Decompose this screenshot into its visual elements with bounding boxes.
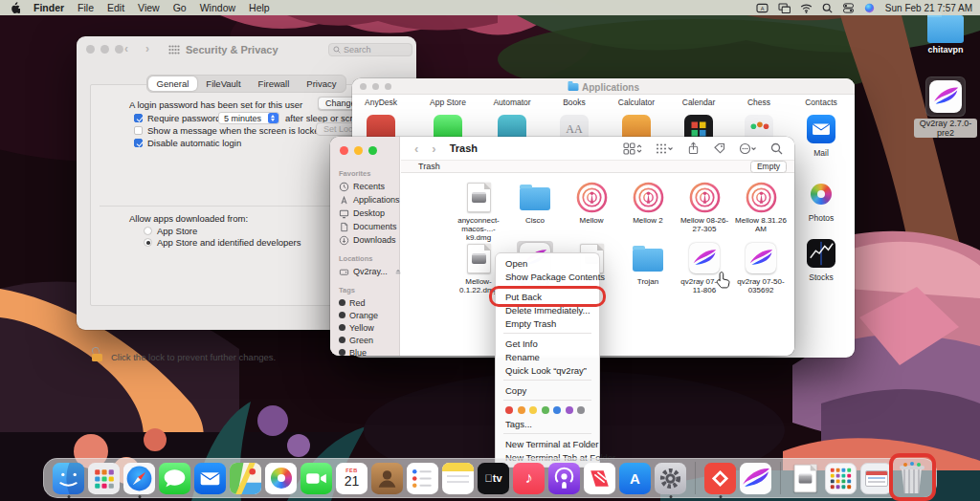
file-item-cisco[interactable]: Cisco: [507, 180, 563, 225]
sidebar-item-documents[interactable]: Documents: [330, 220, 399, 233]
dock-item-photos[interactable]: [265, 463, 297, 494]
file-item-mellow-2[interactable]: Mellow 2: [620, 180, 676, 225]
dock-item-contacts[interactable]: [371, 463, 403, 494]
app-label-contacts[interactable]: Contacts: [791, 98, 852, 107]
tag-color-dot[interactable]: [553, 406, 561, 414]
minimize-button-icon[interactable]: [372, 83, 379, 90]
minimize-button-icon[interactable]: [100, 45, 109, 54]
menu-item-delete-immediately-[interactable]: Delete Immediately...: [496, 303, 599, 316]
app-label-calculator[interactable]: Calculator: [606, 98, 667, 107]
back-icon[interactable]: ‹: [124, 42, 128, 55]
dock-item-news[interactable]: [584, 463, 615, 494]
icon-size-icon[interactable]: [623, 142, 642, 155]
app-label-calendar[interactable]: Calendar: [668, 98, 729, 107]
dock-item-maps[interactable]: [230, 463, 261, 494]
app-item-mail[interactable]: Mail: [791, 115, 852, 158]
dock-item-podcasts[interactable]: [548, 463, 580, 494]
minimize-button-icon[interactable]: [354, 146, 363, 155]
app-label-chess[interactable]: Chess: [728, 98, 790, 107]
dock-item-downloads-stack[interactable]: [860, 463, 892, 494]
menubar-item-go[interactable]: Go: [173, 2, 187, 13]
sidebar-item-yellow[interactable]: Yellow: [330, 321, 399, 334]
siri-icon[interactable]: [864, 3, 875, 13]
input-source-icon[interactable]: A: [756, 3, 768, 13]
sidebar-item-blue[interactable]: Blue: [330, 346, 399, 356]
unlock-padlock-icon[interactable]: [92, 347, 104, 361]
menu-item-quick-look-qv2ray-[interactable]: Quick Look “qv2ray”: [496, 363, 599, 377]
tab-privacy[interactable]: Privacy: [298, 76, 345, 91]
file-item-anyconnect-macos-k9-dmg[interactable]: anyconnect-macos-...-k9.dmg: [451, 180, 506, 242]
sidebar-item-red[interactable]: Red: [330, 296, 399, 309]
dock-item-messages[interactable]: [159, 463, 190, 494]
radio-identified-developers[interactable]: [144, 238, 152, 247]
file-item-mellow-08-26-27-305[interactable]: Mellow 08-26-27-305: [677, 180, 732, 233]
control-center-icon[interactable]: [842, 3, 855, 13]
app-item-stocks[interactable]: Stocks: [791, 239, 852, 282]
tab-firewall[interactable]: Firewall: [250, 76, 299, 91]
menubar-item-view[interactable]: View: [138, 2, 160, 13]
zoom-button-icon[interactable]: [368, 146, 377, 155]
dock-item-applications-folder[interactable]: [825, 463, 857, 494]
sidebar-item-recents[interactable]: Recents: [330, 180, 399, 193]
app-label-app-store[interactable]: App Store: [417, 98, 479, 107]
sidebar-item-applications[interactable]: Applications: [330, 193, 399, 207]
menu-item-put-back[interactable]: Put Back: [496, 290, 599, 303]
dock-item-finder[interactable]: [53, 463, 84, 494]
search-icon[interactable]: [770, 142, 783, 155]
menu-item-new-terminal-at-folder[interactable]: New Terminal at Folder: [496, 437, 599, 450]
group-by-icon[interactable]: [656, 142, 674, 155]
dock-item-launchpad[interactable]: [88, 463, 120, 494]
file-item-mellow-8-31-26-am[interactable]: Mellow 8.31.26 AM: [733, 180, 789, 233]
tag-color-dot[interactable]: [505, 406, 513, 414]
menu-item-empty-trash[interactable]: Empty Trash: [496, 316, 599, 330]
tag-color-dot[interactable]: [542, 406, 549, 414]
app-label-automator[interactable]: Automator: [481, 98, 543, 107]
require-password-checkbox[interactable]: [134, 114, 143, 122]
sidebar-item-orange[interactable]: Orange: [330, 309, 399, 321]
app-label-books[interactable]: Books: [544, 98, 605, 107]
menubar-item-help[interactable]: Help: [249, 2, 270, 13]
file-item-trojan[interactable]: Trojan: [620, 241, 676, 286]
dock-item-system-preferences[interactable]: [655, 463, 686, 494]
dock-item-notes[interactable]: [442, 463, 474, 494]
sidebar-item-downloads[interactable]: Downloads: [330, 233, 399, 247]
dock-item-facetime[interactable]: [301, 463, 332, 494]
more-actions-icon[interactable]: [739, 142, 757, 155]
window-controls[interactable]: [360, 83, 391, 90]
forward-icon[interactable]: ›: [145, 42, 149, 55]
forward-icon[interactable]: ›: [432, 142, 435, 156]
menubar-item-window[interactable]: Window: [200, 2, 235, 13]
dock-item-anydesk[interactable]: [704, 463, 736, 494]
show-all-grid-icon[interactable]: [168, 45, 180, 54]
empty-trash-button[interactable]: Empty: [750, 161, 787, 173]
file-item-mellow[interactable]: Mellow: [564, 180, 619, 225]
close-button-icon[interactable]: [360, 83, 367, 90]
dock-item-app-store[interactable]: A: [619, 463, 651, 494]
tag-color-dot[interactable]: [566, 406, 573, 414]
menu-item-get-info[interactable]: Get Info: [496, 337, 599, 350]
tab-general[interactable]: General: [148, 76, 198, 91]
dock-item-calendar[interactable]: FEB 21: [336, 463, 368, 494]
dock-item-mail[interactable]: [194, 463, 226, 494]
menubar-item-file[interactable]: File: [78, 2, 94, 13]
desktop-icon-chitavpn[interactable]: chitavpn: [914, 15, 977, 54]
tag-color-dot[interactable]: [529, 406, 537, 414]
menu-item-rename[interactable]: Rename: [496, 350, 599, 363]
dock-item-music[interactable]: ♪: [513, 463, 545, 494]
dock-item-safari[interactable]: [123, 463, 155, 494]
menu-bar-clock[interactable]: Sun Feb 21 7:57 AM: [885, 3, 972, 13]
menu-item-open[interactable]: Open: [496, 256, 599, 270]
dock-item-trash[interactable]: [896, 463, 927, 494]
desktop-icon-qv2ray-2-7-0-pre2[interactable]: Qv2ray 2.7.0-pre2: [914, 76, 977, 140]
spotlight-icon[interactable]: [822, 3, 833, 13]
sidebar-item-green[interactable]: Green: [330, 334, 399, 346]
show-message-checkbox[interactable]: [134, 126, 143, 135]
dock-item-qv2ray[interactable]: [740, 463, 771, 494]
dock-item-dmg-document[interactable]: [790, 463, 821, 494]
close-button-icon[interactable]: [86, 45, 95, 54]
window-controls[interactable]: [340, 146, 377, 155]
sidebar-item-desktop[interactable]: Desktop: [330, 207, 399, 220]
require-password-delay-dropdown[interactable]: 5 minutes: [218, 112, 279, 124]
zoom-button-icon[interactable]: [385, 83, 391, 90]
radio-app-store[interactable]: [144, 227, 152, 235]
